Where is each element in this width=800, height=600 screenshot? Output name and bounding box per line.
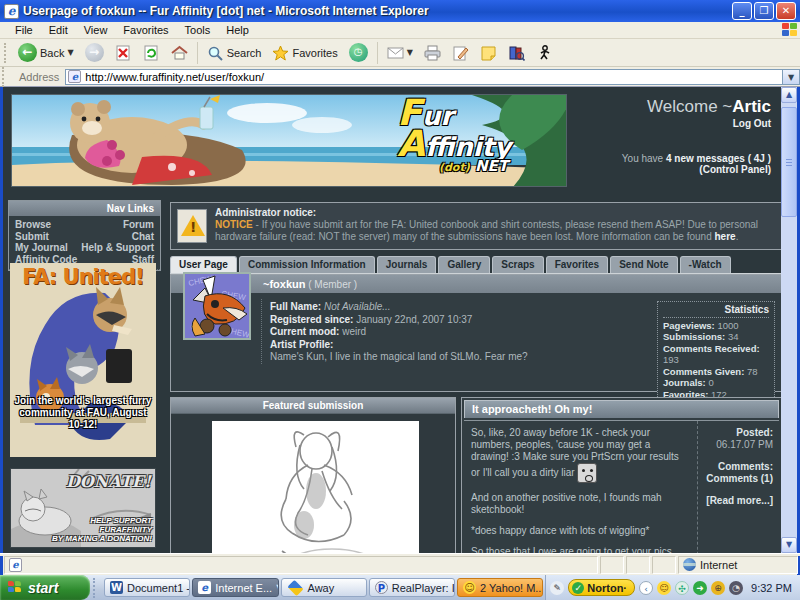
start-button[interactable]: start [0,575,90,600]
tab-favorites[interactable]: Favorites [546,256,608,273]
tab-journals[interactable]: Journals [377,256,437,273]
research-button[interactable] [504,43,529,63]
desktop: e Userpage of foxkun -- Fur Affinity [do… [0,0,800,600]
tab-watch[interactable]: -Watch [680,256,731,273]
logout-link[interactable]: Log Out [441,118,771,129]
comments-link[interactable]: Comments (1) [706,473,773,484]
task-internet-explorer[interactable]: e Internet E... ▼ [192,578,278,597]
realplayer-icon: P [375,581,388,594]
menu-help[interactable]: Help [219,23,256,37]
nav-item-forum[interactable]: Forum [81,219,154,231]
control-panel-link[interactable]: (Control Panel) [441,164,771,175]
stop-button[interactable] [111,43,136,63]
task-away[interactable]: Away [281,578,367,597]
forward-icon: → [85,43,104,62]
refresh-icon [143,45,160,61]
address-dropdown-button[interactable]: ▼ [783,69,800,85]
menu-favorites[interactable]: Favorites [116,23,175,37]
tray-pen-icon[interactable]: ✎ [550,581,564,595]
journal-meta: Posted:06.17.07 PM Comments:Comments (1)… [697,421,779,553]
restore-button[interactable]: ❐ [754,2,774,20]
address-label: Address [19,71,59,83]
statistics-box: Statistics Pageviews: 1000 Submissions: … [657,301,775,405]
mail-icon [387,45,404,61]
note-icon [480,45,497,61]
home-button[interactable] [167,43,192,63]
taskbar-grip[interactable] [93,578,101,598]
tab-user-page[interactable]: User Page [170,256,237,273]
status-main-pane: e [4,556,598,574]
minimize-button[interactable]: _ [732,2,752,20]
admin-notice-title: Administrator notice: [215,207,775,219]
tab-commission-information[interactable]: Commission Information [239,256,375,273]
scroll-down-button[interactable]: ▼ [781,537,797,553]
search-button[interactable]: Search [203,43,266,63]
aim-running-man-icon [536,45,553,61]
task-document1[interactable]: W Document1 - ... [104,578,190,597]
nav-item-submit[interactable]: Submit [15,231,81,243]
edit-button[interactable] [448,43,473,63]
tray-misc-icon[interactable]: ◔ [729,581,743,595]
donate-title: DONATE! [66,472,151,491]
refresh-button[interactable] [139,43,164,63]
read-more-link[interactable]: [Read more...] [706,495,773,506]
fa-united-ad[interactable]: FA: United! Join the world's largest fur… [10,263,156,457]
scroll-up-button[interactable]: ▲ [781,87,797,103]
welcome-block: Welcome ~Artic Log Out You have 4 new me… [441,97,771,175]
fa-united-title: FA: United! [10,265,156,289]
menu-tools[interactable]: Tools [178,23,218,37]
profile-info: Full Name: Not Available... Registered s… [261,299,651,364]
artist-profile-text: Name's Kun, I live in the magical land o… [270,351,651,364]
tab-send-note[interactable]: Send Note [610,256,677,273]
toolbar-grip[interactable] [4,43,9,63]
stop-icon [115,45,132,61]
nav-item-browse[interactable]: Browse [15,219,81,231]
welcome-text: Welcome ~Artic [441,97,771,117]
address-input[interactable]: e http://www.furaffinity.net/user/foxkun… [65,69,783,85]
messages-line[interactable]: You have 4 new messages ( 4J ) [441,153,771,164]
donate-ad[interactable]: DONATE! HELP SUPPORT FURAFFINITY BY MAKI… [10,468,156,548]
close-button[interactable]: ✕ [776,2,796,20]
tab-scraps[interactable]: Scraps [492,256,543,273]
print-button[interactable] [420,43,445,63]
mail-button[interactable]: ▼ [383,43,417,63]
menu-bar: File Edit View Favorites Tools Help [0,22,800,39]
tray-collapse-chevron-icon[interactable]: ‹ [639,581,653,595]
tray-globe-icon[interactable]: ⊕ [711,581,725,595]
history-button[interactable]: ◷ [345,41,372,64]
notice-here-link[interactable]: here [715,231,736,242]
browser-viewport: Fur Affinity (dot) NET Welcome ~Artic Lo… [0,87,800,553]
messenger-note-button[interactable] [476,43,501,63]
page-scrollbar[interactable]: ▲ ▼ [781,87,797,553]
avatar[interactable]: CHEW CHEW CHEW CHEW [183,272,251,340]
addressbar-grip[interactable] [2,67,7,87]
nav-item-chat[interactable]: Chat [81,231,154,243]
tray-green-arrow-icon[interactable]: ➜ [693,581,707,595]
task-yahoo-messenger[interactable]: ☺ 2 Yahoo! M... ▼ [457,578,543,597]
tray-smiley-icon[interactable]: ☺ [657,581,671,595]
print-icon [424,45,441,61]
task-realplayer[interactable]: P RealPlayer: I... [369,578,455,597]
address-url: http://www.furaffinity.net/user/foxkun/ [85,71,264,83]
scroll-thumb[interactable] [781,107,797,217]
featured-submission-image[interactable] [212,421,419,553]
status-bar: e Internet [0,553,800,575]
home-icon [171,45,188,61]
stat-submissions: Submissions: 34 [663,331,769,343]
nav-item-my-journal[interactable]: My Journal [15,242,81,254]
aim-button[interactable] [532,43,557,63]
nav-item-help-support[interactable]: Help & Support [81,242,154,254]
stat-comments-given: Comments Given: 78 [663,366,769,378]
menu-file[interactable]: File [8,23,40,37]
start-windows-flag-icon [8,581,23,594]
menu-view[interactable]: View [77,23,115,37]
norton-badge[interactable]: ✓ Norton· [568,579,635,596]
full-name-value: Not Available... [324,301,391,312]
back-button[interactable]: ← Back▼ [14,41,78,64]
menu-edit[interactable]: Edit [42,23,75,37]
tray-mouse-icon[interactable]: ✣ [675,581,689,595]
tab-gallery[interactable]: Gallery [438,256,490,273]
favorites-button[interactable]: Favorites [268,43,341,63]
forward-button[interactable]: → [81,41,108,64]
username[interactable]: ~foxkun [263,278,305,290]
